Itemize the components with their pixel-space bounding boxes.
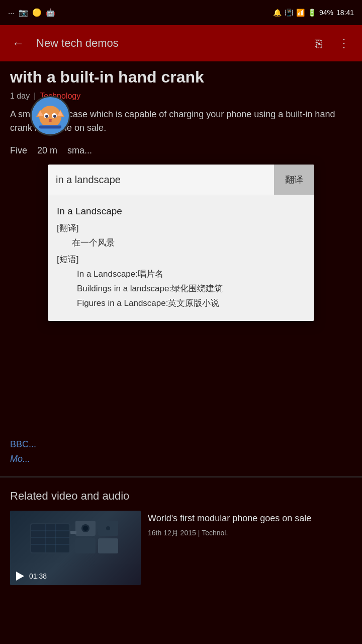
svg-point-24	[83, 526, 88, 531]
article-content: with a built-in hand crank 1 day | Techn…	[0, 61, 362, 472]
phrase3-key: Figures in a Landscape:	[77, 298, 168, 308]
video-category: Technol.	[202, 529, 228, 537]
post-popup-content: BBC... Mo...	[10, 439, 352, 464]
article-excerpt2: Five 20 m sma...	[10, 144, 352, 157]
bell-icon: 🔔	[273, 9, 282, 17]
related-section-title: Related video and audio	[10, 490, 352, 503]
translation-popup: 翻译 In a Landscape [翻译] 在一个风景 [短语] In a L…	[48, 165, 314, 321]
wifi-icon: 📶	[296, 9, 305, 17]
android-icon: 🤖	[46, 8, 55, 17]
camera-icon: 📷	[19, 8, 28, 17]
svg-rect-11	[39, 126, 61, 128]
video-thumbnail[interactable]: 01:38	[10, 511, 141, 585]
article-time: 1 day	[10, 92, 30, 101]
article-title: with a built-in hand crank	[10, 67, 352, 87]
svg-point-7	[45, 115, 48, 118]
video-meta: 16th 12月 2015 | Technol.	[148, 529, 352, 538]
popup-results: In a Landscape [翻译] 在一个风景 [短语] In a Land…	[48, 195, 314, 321]
notification-dot: 🟡	[32, 8, 42, 17]
phrase2: Buildings in a landscape:绿化围绕建筑	[77, 282, 305, 296]
phrase1-key: In a Landscape:	[77, 269, 138, 279]
svg-rect-21	[75, 538, 96, 553]
svg-rect-26	[70, 531, 76, 534]
dots-indicator: ···	[8, 9, 15, 17]
video-info: World's first modular phone goes on sale…	[148, 511, 352, 585]
battery-percent: 94%	[319, 9, 333, 17]
phrases-tag: [短语]	[57, 253, 305, 267]
result-main-title: In a Landscape	[57, 203, 305, 219]
more-link[interactable]: Mo...	[10, 454, 30, 464]
result-translation-value: 在一个风景	[72, 236, 305, 251]
phrase2-key: Buildings in a landscape:	[77, 284, 171, 293]
phrase1-val: 唱片名	[138, 269, 163, 279]
status-right: 🔔 📳 📶 🔋 94% 18:41	[273, 9, 354, 17]
result-tag-line: [翻译]	[57, 221, 305, 236]
mascot-image	[30, 96, 70, 136]
status-left: ··· 📷 🟡 🤖	[8, 8, 55, 17]
menu-button[interactable]: ⋮	[334, 32, 354, 54]
video-card: 01:38 World's first modular phone goes o…	[10, 511, 352, 591]
related-section: Related video and audio	[0, 481, 362, 597]
translation-input[interactable]	[48, 165, 274, 195]
svg-rect-13	[31, 524, 69, 552]
video-duration: 01:38	[14, 570, 47, 582]
video-date: 16th 12月 2015	[148, 529, 196, 537]
sim-icon: 📳	[285, 9, 293, 17]
phrase3: Figures in a Landscape:英文原版小说	[77, 296, 305, 311]
svg-point-9	[49, 119, 52, 121]
translate-button[interactable]: 翻译	[274, 165, 314, 195]
popup-input-row: 翻译	[48, 165, 314, 195]
status-bar: ··· 📷 🟡 🤖 🔔 📳 📶 🔋 94% 18:41	[0, 0, 362, 25]
phrase3-val: 英文原版小说	[168, 298, 219, 308]
back-button[interactable]: ←	[8, 32, 28, 54]
svg-point-25	[106, 526, 110, 530]
top-bar: ← New tech demos ⎘ ⋮	[0, 25, 362, 61]
video-separator: |	[198, 529, 200, 537]
battery-icon: 🔋	[308, 9, 316, 17]
duration-text: 01:38	[29, 572, 47, 580]
phrase2-val: 绿化围绕建筑	[171, 284, 223, 293]
page-title: New tech demos	[36, 37, 303, 50]
translation-tag: [翻译]	[57, 223, 78, 233]
video-title[interactable]: World's first modular phone goes on sale	[148, 513, 352, 524]
section-divider	[0, 476, 362, 477]
play-icon[interactable]	[14, 570, 26, 582]
mascot-avatar	[30, 96, 70, 136]
time-display: 18:41	[336, 9, 354, 17]
share-button[interactable]: ⎘	[311, 32, 326, 54]
bbc-link[interactable]: BBC...	[10, 439, 352, 450]
phrase1: In a Landscape:唱片名	[77, 267, 305, 282]
svg-rect-22	[98, 538, 118, 553]
svg-point-8	[53, 115, 56, 118]
